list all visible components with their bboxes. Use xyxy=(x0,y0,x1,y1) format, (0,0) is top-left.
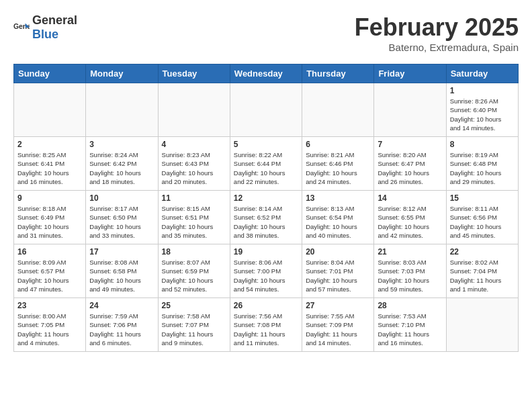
day-cell: 1Sunrise: 8:26 AM Sunset: 6:40 PM Daylig… xyxy=(446,83,518,137)
day-cell: 13Sunrise: 8:13 AM Sunset: 6:54 PM Dayli… xyxy=(302,191,374,244)
day-info: Sunrise: 8:07 AM Sunset: 6:59 PM Dayligh… xyxy=(162,258,226,293)
day-number: 8 xyxy=(450,140,515,149)
day-info: Sunrise: 8:08 AM Sunset: 6:58 PM Dayligh… xyxy=(89,258,154,293)
weekday-saturday: Saturday xyxy=(446,64,518,83)
day-cell: 10Sunrise: 8:17 AM Sunset: 6:50 PM Dayli… xyxy=(86,191,158,244)
week-row-3: 16Sunrise: 8:09 AM Sunset: 6:57 PM Dayli… xyxy=(14,244,519,298)
day-info: Sunrise: 8:02 AM Sunset: 7:04 PM Dayligh… xyxy=(450,258,515,293)
day-cell: 24Sunrise: 7:59 AM Sunset: 7:06 PM Dayli… xyxy=(86,298,158,352)
day-number: 5 xyxy=(234,140,298,149)
day-number: 10 xyxy=(89,193,154,203)
day-cell xyxy=(158,83,230,137)
day-number: 28 xyxy=(378,301,442,310)
day-number: 3 xyxy=(89,140,154,149)
day-info: Sunrise: 8:13 AM Sunset: 6:54 PM Dayligh… xyxy=(306,204,370,240)
day-info: Sunrise: 8:06 AM Sunset: 7:00 PM Dayligh… xyxy=(234,258,298,293)
header: Gene General Blue February 2025 Baterno,… xyxy=(13,13,519,53)
day-info: Sunrise: 8:23 AM Sunset: 6:43 PM Dayligh… xyxy=(162,150,226,186)
day-cell: 26Sunrise: 7:56 AM Sunset: 7:08 PM Dayli… xyxy=(230,298,302,352)
day-number: 12 xyxy=(234,193,298,203)
day-info: Sunrise: 8:17 AM Sunset: 6:50 PM Dayligh… xyxy=(89,204,154,240)
calendar: SundayMondayTuesdayWednesdayThursdayFrid… xyxy=(13,64,519,352)
week-row-4: 23Sunrise: 8:00 AM Sunset: 7:05 PM Dayli… xyxy=(14,298,519,352)
day-cell: 7Sunrise: 8:20 AM Sunset: 6:47 PM Daylig… xyxy=(374,137,446,191)
day-info: Sunrise: 7:59 AM Sunset: 7:06 PM Dayligh… xyxy=(89,312,154,347)
logo-general: General xyxy=(32,13,77,27)
week-row-1: 2Sunrise: 8:25 AM Sunset: 6:41 PM Daylig… xyxy=(14,137,519,191)
day-info: Sunrise: 8:20 AM Sunset: 6:47 PM Dayligh… xyxy=(378,150,442,186)
day-cell: 21Sunrise: 8:03 AM Sunset: 7:03 PM Dayli… xyxy=(374,244,446,298)
weekday-header-row: SundayMondayTuesdayWednesdayThursdayFrid… xyxy=(14,64,519,83)
day-info: Sunrise: 8:14 AM Sunset: 6:52 PM Dayligh… xyxy=(234,204,298,240)
day-info: Sunrise: 7:56 AM Sunset: 7:08 PM Dayligh… xyxy=(234,312,298,347)
day-number: 15 xyxy=(450,193,515,203)
day-number: 27 xyxy=(306,301,370,310)
logo: Gene General Blue xyxy=(13,13,77,42)
weekday-monday: Monday xyxy=(86,64,158,83)
day-cell xyxy=(230,83,302,137)
month-title: February 2025 xyxy=(355,13,519,42)
day-info: Sunrise: 8:19 AM Sunset: 6:48 PM Dayligh… xyxy=(450,150,515,186)
day-number: 6 xyxy=(306,140,370,149)
day-number: 17 xyxy=(89,247,154,257)
day-info: Sunrise: 8:04 AM Sunset: 7:01 PM Dayligh… xyxy=(306,258,370,293)
day-info: Sunrise: 8:09 AM Sunset: 6:57 PM Dayligh… xyxy=(17,258,82,293)
day-info: Sunrise: 8:25 AM Sunset: 6:41 PM Dayligh… xyxy=(17,150,82,186)
day-cell: 8Sunrise: 8:19 AM Sunset: 6:48 PM Daylig… xyxy=(446,137,518,191)
day-number: 11 xyxy=(162,193,226,203)
day-cell: 2Sunrise: 8:25 AM Sunset: 6:41 PM Daylig… xyxy=(14,137,86,191)
day-info: Sunrise: 8:21 AM Sunset: 6:46 PM Dayligh… xyxy=(306,150,370,186)
day-number: 19 xyxy=(234,247,298,257)
day-cell: 23Sunrise: 8:00 AM Sunset: 7:05 PM Dayli… xyxy=(14,298,86,352)
day-info: Sunrise: 8:12 AM Sunset: 6:55 PM Dayligh… xyxy=(378,204,442,240)
day-info: Sunrise: 8:24 AM Sunset: 6:42 PM Dayligh… xyxy=(89,150,154,186)
title-area: February 2025 Baterno, Extremadura, Spai… xyxy=(355,13,519,53)
day-cell xyxy=(374,83,446,137)
day-number: 7 xyxy=(378,140,442,149)
day-number: 26 xyxy=(234,301,298,310)
weekday-tuesday: Tuesday xyxy=(158,64,230,83)
day-info: Sunrise: 8:11 AM Sunset: 6:56 PM Dayligh… xyxy=(450,204,515,240)
day-cell: 22Sunrise: 8:02 AM Sunset: 7:04 PM Dayli… xyxy=(446,244,518,298)
week-row-0: 1Sunrise: 8:26 AM Sunset: 6:40 PM Daylig… xyxy=(14,83,519,137)
day-number: 24 xyxy=(89,301,154,310)
day-info: Sunrise: 8:03 AM Sunset: 7:03 PM Dayligh… xyxy=(378,258,442,293)
week-row-2: 9Sunrise: 8:18 AM Sunset: 6:49 PM Daylig… xyxy=(14,191,519,244)
weekday-sunday: Sunday xyxy=(14,64,86,83)
day-number: 1 xyxy=(450,86,515,95)
day-cell xyxy=(302,83,374,137)
logo-icon: Gene xyxy=(13,21,30,34)
day-cell: 25Sunrise: 7:58 AM Sunset: 7:07 PM Dayli… xyxy=(158,298,230,352)
day-number: 13 xyxy=(306,193,370,203)
day-number: 20 xyxy=(306,247,370,257)
day-cell xyxy=(14,83,86,137)
day-cell: 5Sunrise: 8:22 AM Sunset: 6:44 PM Daylig… xyxy=(230,137,302,191)
day-cell xyxy=(446,298,518,352)
day-info: Sunrise: 8:18 AM Sunset: 6:49 PM Dayligh… xyxy=(17,204,82,240)
day-number: 18 xyxy=(162,247,226,257)
day-info: Sunrise: 8:00 AM Sunset: 7:05 PM Dayligh… xyxy=(17,312,82,347)
location-subtitle: Baterno, Extremadura, Spain xyxy=(355,42,519,53)
day-cell: 9Sunrise: 8:18 AM Sunset: 6:49 PM Daylig… xyxy=(14,191,86,244)
day-info: Sunrise: 7:55 AM Sunset: 7:09 PM Dayligh… xyxy=(306,312,370,347)
day-cell: 20Sunrise: 8:04 AM Sunset: 7:01 PM Dayli… xyxy=(302,244,374,298)
day-cell: 17Sunrise: 8:08 AM Sunset: 6:58 PM Dayli… xyxy=(86,244,158,298)
day-cell xyxy=(86,83,158,137)
day-cell: 27Sunrise: 7:55 AM Sunset: 7:09 PM Dayli… xyxy=(302,298,374,352)
logo-blue: Blue xyxy=(32,28,58,41)
day-info: Sunrise: 7:58 AM Sunset: 7:07 PM Dayligh… xyxy=(162,312,226,347)
day-info: Sunrise: 8:15 AM Sunset: 6:51 PM Dayligh… xyxy=(162,204,226,240)
day-cell: 15Sunrise: 8:11 AM Sunset: 6:56 PM Dayli… xyxy=(446,191,518,244)
day-number: 14 xyxy=(378,193,442,203)
day-cell: 16Sunrise: 8:09 AM Sunset: 6:57 PM Dayli… xyxy=(14,244,86,298)
weekday-thursday: Thursday xyxy=(302,64,374,83)
day-info: Sunrise: 8:22 AM Sunset: 6:44 PM Dayligh… xyxy=(234,150,298,186)
day-number: 2 xyxy=(17,140,82,149)
weekday-friday: Friday xyxy=(374,64,446,83)
day-cell: 3Sunrise: 8:24 AM Sunset: 6:42 PM Daylig… xyxy=(86,137,158,191)
day-number: 16 xyxy=(17,247,82,257)
day-info: Sunrise: 8:26 AM Sunset: 6:40 PM Dayligh… xyxy=(450,97,515,132)
day-cell: 18Sunrise: 8:07 AM Sunset: 6:59 PM Dayli… xyxy=(158,244,230,298)
day-info: Sunrise: 7:53 AM Sunset: 7:10 PM Dayligh… xyxy=(378,312,442,347)
day-number: 25 xyxy=(162,301,226,310)
